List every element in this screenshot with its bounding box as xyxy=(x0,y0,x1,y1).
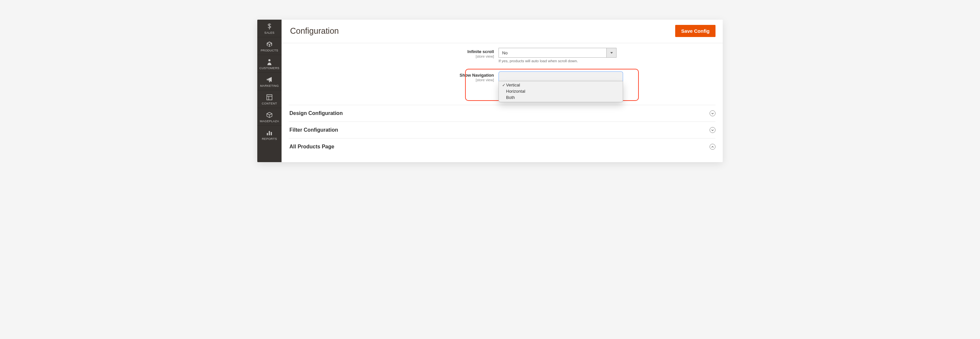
section-title: Filter Configuration xyxy=(289,127,338,133)
page-title: Configuration xyxy=(290,26,339,36)
section-design-configuration[interactable]: Design Configuration xyxy=(289,105,716,122)
section-title: Design Configuration xyxy=(289,110,343,116)
save-config-button[interactable]: Save Config xyxy=(675,25,716,37)
main-content: Configuration Save Config Infinite scrol… xyxy=(282,20,723,162)
sidebar-item-reports[interactable]: REPORTS xyxy=(257,125,282,143)
sidebar-item-label: CUSTOMERS xyxy=(259,67,280,70)
bar-chart-icon xyxy=(266,129,272,136)
page-header: Configuration Save Config xyxy=(282,20,723,43)
person-icon xyxy=(267,58,272,65)
cube-icon xyxy=(266,111,273,119)
section-filter-configuration[interactable]: Filter Configuration xyxy=(289,122,716,138)
dropdown-option-both[interactable]: Both xyxy=(499,94,623,101)
infinite-scroll-select[interactable]: No xyxy=(498,48,617,58)
dollar-icon xyxy=(267,23,272,30)
show-navigation-select[interactable] xyxy=(498,71,623,81)
field-control: No If yes, products will auto load when … xyxy=(498,48,617,63)
config-content: Infinite scroll [store view] No If yes, … xyxy=(282,43,723,162)
svg-rect-1 xyxy=(267,95,272,100)
box-icon xyxy=(266,41,273,48)
svg-point-0 xyxy=(269,59,270,61)
show-navigation-dropdown: ✓ Vertical Horizontal Both xyxy=(498,81,623,102)
sidebar-item-label: SALES xyxy=(264,31,274,34)
admin-sidebar: SALES PRODUCTS CUSTOMERS MARKETING CONTE… xyxy=(257,20,282,162)
checkmark-icon: ✓ xyxy=(501,83,506,87)
select-value: No xyxy=(502,51,508,55)
megaphone-icon xyxy=(266,76,273,83)
scope-text: [store view] xyxy=(289,78,494,82)
field-infinite-scroll: Infinite scroll [store view] No If yes, … xyxy=(289,48,716,63)
svg-rect-2 xyxy=(267,133,268,135)
option-label: Both xyxy=(506,95,515,100)
label-text: Show Navigation xyxy=(289,73,494,78)
sidebar-item-products[interactable]: PRODUCTS xyxy=(257,37,282,55)
field-note: If yes, products will auto load when scr… xyxy=(498,59,617,63)
sections: Design Configuration Filter Configuratio… xyxy=(289,105,716,155)
chevron-up-icon xyxy=(710,144,716,150)
sidebar-item-customers[interactable]: CUSTOMERS xyxy=(257,55,282,72)
sidebar-item-label: MAGEPLAZA xyxy=(260,120,279,123)
sidebar-item-mageplaza[interactable]: MAGEPLAZA xyxy=(257,108,282,125)
layout-icon xyxy=(266,93,272,101)
admin-window: SALES PRODUCTS CUSTOMERS MARKETING CONTE… xyxy=(257,20,723,162)
chevron-down-icon xyxy=(606,48,616,57)
dropdown-option-vertical[interactable]: ✓ Vertical xyxy=(499,82,623,88)
sidebar-item-label: PRODUCTS xyxy=(261,49,278,52)
scope-text: [store view] xyxy=(289,54,494,58)
label-text: Infinite scroll xyxy=(289,49,494,54)
svg-rect-3 xyxy=(269,131,270,135)
chevron-down-icon xyxy=(710,110,716,116)
dropdown-option-horizontal[interactable]: Horizontal xyxy=(499,88,623,94)
chevron-down-icon xyxy=(710,127,716,133)
sidebar-item-label: CONTENT xyxy=(262,102,277,105)
sidebar-item-marketing[interactable]: MARKETING xyxy=(257,72,282,90)
field-label: Infinite scroll [store view] xyxy=(289,48,498,58)
field-label: Show Navigation [store view] xyxy=(289,71,498,82)
section-all-products-page[interactable]: All Products Page xyxy=(289,138,716,155)
section-title: All Products Page xyxy=(289,144,334,150)
field-show-navigation: Show Navigation [store view] ✓ Vertical … xyxy=(289,71,716,82)
option-label: Vertical xyxy=(506,82,520,87)
sidebar-item-content[interactable]: CONTENT xyxy=(257,90,282,108)
svg-rect-4 xyxy=(271,132,272,135)
option-label: Horizontal xyxy=(506,89,525,93)
sidebar-item-label: REPORTS xyxy=(262,137,277,141)
sidebar-item-label: MARKETING xyxy=(260,84,278,87)
sidebar-item-sales[interactable]: SALES xyxy=(257,20,282,37)
